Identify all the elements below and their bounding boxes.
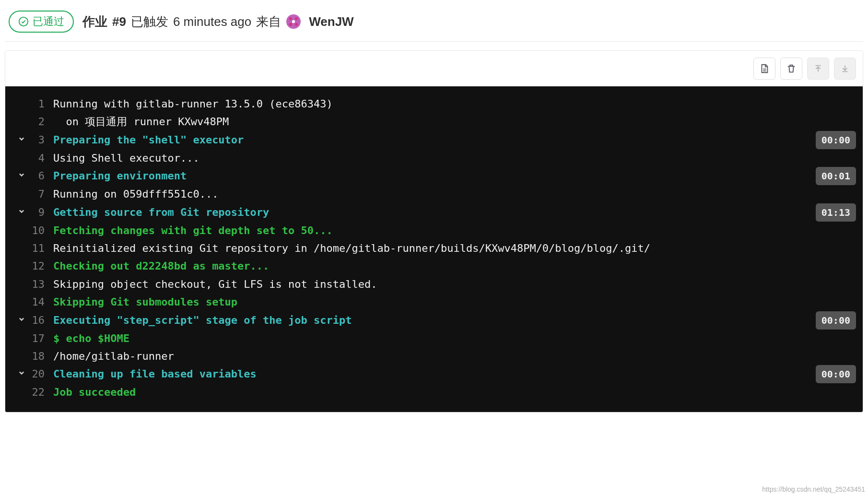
log-line: 13Skipping object checkout, Git LFS is n… bbox=[12, 275, 856, 293]
job-log: 1Running with gitlab-runner 13.5.0 (ece8… bbox=[5, 86, 863, 412]
line-number[interactable]: 10 bbox=[31, 222, 53, 239]
line-number[interactable]: 12 bbox=[31, 257, 53, 275]
scroll-top-button[interactable] bbox=[807, 58, 829, 80]
line-number[interactable]: 13 bbox=[31, 275, 53, 293]
section-duration: 00:00 bbox=[816, 131, 856, 149]
from-label: 来自 bbox=[256, 13, 281, 30]
section-header: Cleaning up file based variables bbox=[53, 365, 810, 383]
job-number: #9 bbox=[112, 14, 126, 29]
job-header: 已通过 作业 #9 已触发 6 minutes ago 来自 WenJW bbox=[5, 5, 863, 42]
arrow-up-icon bbox=[813, 63, 823, 74]
section-duration: 00:00 bbox=[816, 311, 856, 330]
line-number[interactable]: 18 bbox=[31, 347, 53, 365]
job-title: 作业 #9 已触发 6 minutes ago 来自 WenJW bbox=[82, 13, 354, 30]
log-text: Skipping object checkout, Git LFS is not… bbox=[53, 275, 856, 293]
log-text: Job succeeded bbox=[53, 383, 856, 401]
log-line: 4Using Shell executor... bbox=[12, 149, 856, 167]
status-label: 已通过 bbox=[33, 14, 64, 29]
fold-toggle[interactable] bbox=[12, 134, 31, 143]
log-toolbar bbox=[5, 51, 863, 86]
log-text: on 项目通用 runner KXwv48PM bbox=[53, 113, 856, 130]
erase-log-button[interactable] bbox=[780, 58, 802, 80]
arrow-down-icon bbox=[840, 63, 850, 74]
log-line: 18/home/gitlab-runner bbox=[12, 347, 856, 365]
log-line: 6Preparing environment00:01 bbox=[12, 167, 856, 185]
log-line: 17$ echo $HOME bbox=[12, 330, 856, 347]
fold-toggle[interactable] bbox=[12, 314, 31, 324]
section-header: Getting source from Git repository bbox=[53, 203, 810, 221]
avatar[interactable] bbox=[286, 14, 301, 29]
log-line: 12Checking out d22248bd as master... bbox=[12, 257, 856, 275]
log-text: /home/gitlab-runner bbox=[53, 347, 856, 365]
section-header: Preparing environment bbox=[53, 167, 810, 185]
section-duration: 01:13 bbox=[816, 203, 856, 222]
log-line: 14Skipping Git submodules setup bbox=[12, 293, 856, 311]
line-number[interactable]: 17 bbox=[31, 330, 53, 347]
log-panel: 1Running with gitlab-runner 13.5.0 (ece8… bbox=[5, 50, 863, 412]
log-text: Checking out d22248bd as master... bbox=[53, 257, 856, 275]
username[interactable]: WenJW bbox=[309, 14, 353, 29]
scroll-bottom-button[interactable] bbox=[834, 58, 856, 80]
log-text: Fetching changes with git depth set to 5… bbox=[53, 222, 856, 239]
log-line: 22Job succeeded bbox=[12, 383, 856, 401]
fold-toggle[interactable] bbox=[12, 368, 31, 377]
log-line: 9Getting source from Git repository01:13 bbox=[12, 203, 856, 222]
line-number[interactable]: 4 bbox=[31, 149, 53, 167]
line-number[interactable]: 3 bbox=[31, 131, 53, 149]
line-number[interactable]: 20 bbox=[31, 365, 53, 383]
log-text: $ echo $HOME bbox=[53, 330, 856, 347]
triggered-label: 已触发 bbox=[131, 13, 168, 30]
check-circle-icon bbox=[18, 16, 29, 27]
line-number[interactable]: 2 bbox=[31, 113, 53, 130]
document-icon bbox=[759, 63, 770, 74]
log-line: 10Fetching changes with git depth set to… bbox=[12, 222, 856, 239]
log-line: 20Cleaning up file based variables00:00 bbox=[12, 365, 856, 383]
status-badge: 已通过 bbox=[9, 11, 74, 33]
log-text: Using Shell executor... bbox=[53, 149, 856, 167]
log-text: Running with gitlab-runner 13.5.0 (ece86… bbox=[53, 95, 856, 113]
log-line: 16Executing "step_script" stage of the j… bbox=[12, 311, 856, 330]
section-header: Executing "step_script" stage of the job… bbox=[53, 311, 810, 329]
line-number[interactable]: 14 bbox=[31, 293, 53, 311]
line-number[interactable]: 7 bbox=[31, 185, 53, 203]
log-text: Reinitialized existing Git repository in… bbox=[53, 239, 856, 257]
log-line: 7Running on 059dfff551c0... bbox=[12, 185, 856, 203]
log-line: 2 on 项目通用 runner KXwv48PM bbox=[12, 113, 856, 130]
fold-toggle[interactable] bbox=[12, 170, 31, 179]
line-number[interactable]: 22 bbox=[31, 383, 53, 401]
log-text: Running on 059dfff551c0... bbox=[53, 185, 856, 203]
log-line: 1Running with gitlab-runner 13.5.0 (ece8… bbox=[12, 95, 856, 113]
job-prefix: 作业 bbox=[82, 13, 107, 30]
svg-point-0 bbox=[19, 17, 28, 26]
log-line: 3Preparing the "shell" executor00:00 bbox=[12, 131, 856, 149]
line-number[interactable]: 6 bbox=[31, 167, 53, 185]
section-duration: 00:00 bbox=[816, 365, 856, 383]
fold-toggle[interactable] bbox=[12, 206, 31, 216]
line-number[interactable]: 9 bbox=[31, 203, 53, 221]
line-number[interactable]: 16 bbox=[31, 311, 53, 329]
line-number[interactable]: 1 bbox=[31, 95, 53, 113]
section-header: Preparing the "shell" executor bbox=[53, 131, 810, 149]
log-line: 11Reinitialized existing Git repository … bbox=[12, 239, 856, 257]
show-raw-button[interactable] bbox=[753, 58, 775, 80]
section-duration: 00:01 bbox=[816, 167, 856, 185]
time-ago: 6 minutes ago bbox=[173, 14, 251, 29]
trash-icon bbox=[786, 63, 797, 74]
line-number[interactable]: 11 bbox=[31, 239, 53, 257]
log-text: Skipping Git submodules setup bbox=[53, 293, 856, 311]
